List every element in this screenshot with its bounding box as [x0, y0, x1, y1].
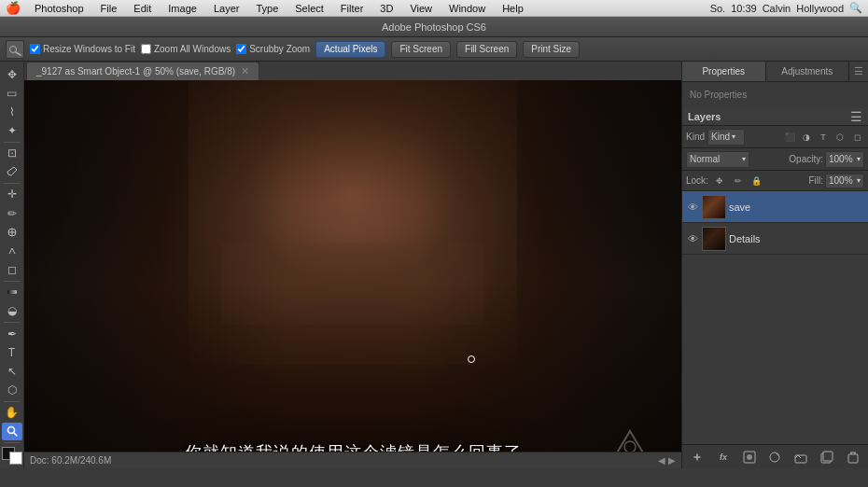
- svg-point-0: [10, 46, 17, 52]
- scrubby-zoom-checkbox[interactable]: Scrubby Zoom: [236, 44, 310, 54]
- svg-rect-15: [823, 452, 833, 461]
- menubar-location: Hollywood: [796, 3, 844, 14]
- lock-label: Lock:: [686, 175, 708, 186]
- tool-crop[interactable]: ⊡: [2, 145, 22, 162]
- document-tab[interactable]: _9127 as Smart Object-1 @ 50% (save, RGB…: [24, 62, 681, 80]
- canvas-doc-size: Doc: 60.2M/240.6M: [30, 455, 111, 466]
- layer-adjustment-btn[interactable]: [765, 448, 784, 466]
- tool-history-brush[interactable]: [2, 242, 22, 259]
- foreground-background-colors[interactable]: [2, 447, 22, 465]
- fill-input[interactable]: 100%▾: [825, 174, 864, 188]
- layers-title: Layers: [688, 111, 721, 122]
- tab-adjustments[interactable]: Adjustments: [766, 62, 850, 81]
- filter-shape-icon[interactable]: ⬡: [833, 130, 847, 145]
- tool-options-icon: [6, 40, 24, 59]
- canvas-area[interactable]: _9127 as Smart Object-1 @ 50% (save, RGB…: [24, 62, 681, 468]
- layer-delete-btn[interactable]: [844, 448, 862, 466]
- right-panel: Properties Adjustments ☰ No Properties L…: [681, 62, 868, 468]
- filter-type-dropdown[interactable]: Kind▾: [707, 129, 745, 146]
- resize-windows-checkbox[interactable]: Resize Windows to Fit: [30, 44, 135, 54]
- lock-paint-btn[interactable]: ✏: [731, 174, 746, 188]
- photo-overlay: [24, 80, 681, 468]
- filter-type-icon[interactable]: T: [816, 130, 831, 145]
- svg-rect-5: [7, 290, 17, 294]
- layer-group-btn[interactable]: [791, 448, 810, 466]
- toolbox-separator-3: [4, 281, 21, 282]
- zoom-all-windows-checkbox[interactable]: Zoom All Windows: [141, 44, 231, 54]
- menu-select[interactable]: Select: [290, 3, 329, 14]
- tool-clone[interactable]: [2, 223, 22, 241]
- lock-position-btn[interactable]: ✥: [712, 174, 727, 188]
- layer-name-details: Details: [729, 233, 864, 244]
- menu-view[interactable]: View: [405, 3, 437, 14]
- layer-row-details[interactable]: 👁 Details: [682, 223, 868, 255]
- panel-tabs: Properties Adjustments ☰: [682, 62, 868, 82]
- menu-filter[interactable]: Filter: [336, 3, 368, 14]
- no-properties-label: No Properties: [682, 82, 868, 107]
- filter-adjust-icon[interactable]: ◑: [799, 130, 814, 145]
- tool-magic-wand[interactable]: ✦: [2, 122, 22, 140]
- menu-window[interactable]: Window: [444, 3, 490, 14]
- fill-control: Fill: 100%▾: [808, 174, 864, 188]
- tool-marquee[interactable]: ▭: [2, 84, 22, 102]
- menu-edit[interactable]: Edit: [129, 3, 156, 14]
- opacity-input[interactable]: 100%▾: [825, 151, 864, 168]
- layer-visibility-save[interactable]: 👁: [686, 201, 699, 214]
- opacity-label: Opacity:: [789, 154, 823, 164]
- filter-pixel-icon[interactable]: ⬛: [782, 130, 797, 145]
- filter-smart-icon[interactable]: ◻: [849, 130, 864, 145]
- layer-link-btn[interactable]: [688, 448, 707, 466]
- tab-properties[interactable]: Properties: [682, 62, 766, 81]
- tool-eraser[interactable]: ◻: [2, 261, 22, 279]
- fill-screen-button[interactable]: Fill Screen: [456, 41, 517, 58]
- layer-visibility-details[interactable]: 👁: [686, 232, 699, 245]
- menu-layer[interactable]: Layer: [209, 3, 245, 14]
- menubar-search-icon[interactable]: 🔍: [849, 2, 862, 14]
- canvas-status-bar: Doc: 60.2M/240.6M ◀ ▶: [24, 452, 681, 468]
- layer-name-save: save: [729, 202, 864, 213]
- menu-photoshop[interactable]: Photoshop: [30, 3, 89, 14]
- menubar-day: So.: [710, 3, 726, 14]
- layer-new-btn[interactable]: [818, 448, 836, 466]
- layers-menu-button[interactable]: ☰: [850, 109, 862, 124]
- layer-fx-btn[interactable]: fx: [714, 448, 733, 466]
- tool-zoom[interactable]: [2, 423, 22, 440]
- tool-healing[interactable]: ✛: [2, 186, 22, 203]
- tool-dodge[interactable]: ◒: [2, 302, 22, 320]
- tool-brush[interactable]: ✏: [2, 204, 22, 222]
- menu-help[interactable]: Help: [497, 3, 528, 14]
- blend-mode-dropdown[interactable]: Normal▾: [686, 151, 749, 168]
- tool-type[interactable]: T: [2, 343, 22, 361]
- fit-screen-button[interactable]: Fit Screen: [391, 41, 451, 58]
- toolbox-separator-4: [4, 322, 21, 323]
- toolbox: ✥ ▭ ⌇ ✦ ⊡ ✛ ✏ ◻ ◒ ✒ T ↖ ⬡ ✋: [0, 62, 24, 468]
- tool-pen[interactable]: ✒: [2, 325, 22, 342]
- canvas-back-btn[interactable]: ▶: [668, 455, 676, 466]
- menu-file[interactable]: File: [96, 3, 122, 14]
- document-tab-item[interactable]: _9127 as Smart Object-1 @ 50% (save, RGB…: [26, 62, 259, 80]
- actual-pixels-button[interactable]: Actual Pixels: [315, 41, 385, 58]
- toolbox-separator-1: [4, 142, 21, 143]
- apple-logo[interactable]: 🍎: [6, 1, 21, 15]
- menubar: 🍎 Photoshop File Edit Image Layer Type S…: [0, 0, 868, 17]
- menu-3d[interactable]: 3D: [375, 3, 398, 14]
- menu-image[interactable]: Image: [163, 3, 202, 14]
- canvas-forward-btn[interactable]: ◀: [658, 455, 665, 466]
- tool-lasso[interactable]: ⌇: [2, 103, 22, 120]
- tool-hand[interactable]: ✋: [2, 404, 22, 422]
- print-size-button[interactable]: Print Size: [523, 41, 580, 58]
- background-color[interactable]: [9, 452, 22, 465]
- panel-options-btn[interactable]: ☰: [849, 62, 868, 81]
- tool-shape[interactable]: ⬡: [2, 382, 22, 399]
- layer-mask-btn[interactable]: [740, 448, 759, 466]
- lock-all-btn[interactable]: 🔒: [749, 174, 764, 188]
- tool-move[interactable]: ✥: [2, 65, 22, 83]
- doc-tab-close[interactable]: ✕: [241, 65, 249, 77]
- layer-row-save[interactable]: 👁 save: [682, 191, 868, 223]
- tool-path-select[interactable]: ↖: [2, 362, 22, 380]
- tool-eyedropper[interactable]: [2, 163, 22, 181]
- menubar-user: Calvin: [763, 3, 791, 14]
- menu-type[interactable]: Type: [251, 3, 283, 14]
- layers-panel: Layers ☰ Kind Kind▾ ⬛ ◑ T ⬡ ◻: [682, 107, 868, 468]
- tool-gradient[interactable]: [2, 284, 22, 301]
